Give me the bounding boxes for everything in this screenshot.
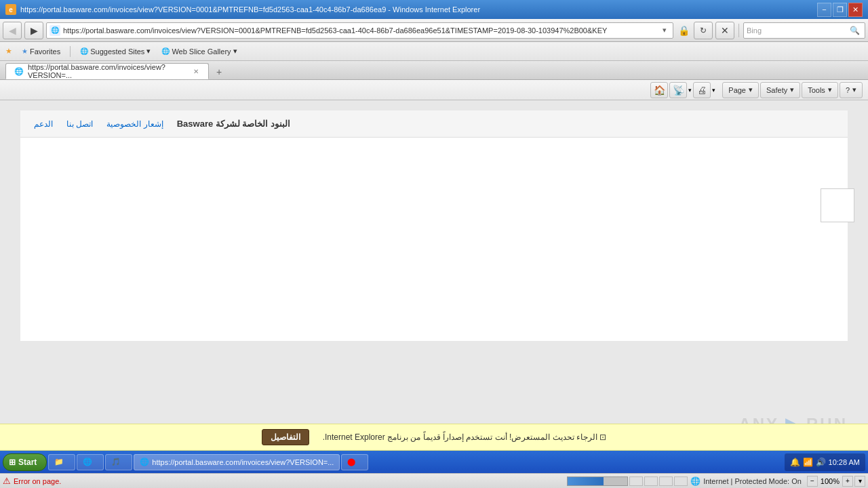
taskbar-media-icon[interactable]: 🎵 xyxy=(105,454,132,470)
status-right: 🌐 Internet | Protected Mode: On − 100% +… xyxy=(690,476,865,487)
zoom-out-button[interactable]: − xyxy=(807,476,818,487)
taskbar: ⊞ Start 📁 🌐 🎵 🌐 https://portal.basware.c… xyxy=(0,451,868,473)
company-label: البنود الخاصة لشركة Basware xyxy=(177,119,290,129)
nav-bar: ◀ ▶ 🌐 https://portal.basware.com/invoice… xyxy=(0,19,868,42)
favorites-item[interactable]: ★ Favorites xyxy=(18,46,64,57)
search-placeholder: Bing xyxy=(747,26,847,35)
search-box[interactable]: Bing 🔍 xyxy=(743,22,865,39)
rss-dropdown[interactable]: ▾ xyxy=(688,87,692,94)
web-slice-icon: 🌐 xyxy=(161,47,170,55)
suggested-sites-label: Suggested Sites xyxy=(90,47,144,56)
safety-button[interactable]: Safety ▾ xyxy=(760,82,800,98)
web-slice-label: Web Slice Gallery xyxy=(172,47,231,56)
status-seg-1 xyxy=(629,476,643,486)
progress-bar-fill xyxy=(568,477,604,485)
tray-icon-2[interactable]: 📶 xyxy=(803,458,813,467)
fav-separator xyxy=(70,46,71,57)
taskbar-folder-icon[interactable]: 📁 xyxy=(48,454,75,470)
taskbar-active-window[interactable]: 🌐 https://portal.basware.com/invoices/vi… xyxy=(134,454,340,470)
back-button[interactable]: ◀ xyxy=(3,22,22,39)
print-button[interactable]: 🖨 xyxy=(693,82,711,98)
help-button[interactable]: ? ▾ xyxy=(840,82,863,98)
nav-separator xyxy=(738,24,739,37)
favorites-star-icon: ★ xyxy=(5,47,12,56)
suggested-dropdown-icon: ▾ xyxy=(146,47,151,56)
suggested-sites-item[interactable]: 🌐 Suggested Sites ▾ xyxy=(76,45,155,57)
progress-bar xyxy=(567,476,628,486)
close-button[interactable]: ✕ xyxy=(848,3,863,17)
folder-icon: 📁 xyxy=(54,458,64,466)
system-tray: 🔔 📶 🔊 10:28 AM xyxy=(785,453,865,471)
status-zoom: − 100% + ▾ xyxy=(807,476,865,487)
web-slice-gallery-item[interactable]: 🌐 Web Slice Gallery ▾ xyxy=(157,45,241,57)
system-time: 10:28 AM xyxy=(829,458,860,466)
page-label: Page xyxy=(728,86,746,94)
error-text: Error on page. xyxy=(14,477,61,485)
minimize-button[interactable]: − xyxy=(817,3,831,17)
address-bar[interactable]: 🌐 https://portal.basware.com/invoices/vi… xyxy=(46,22,673,39)
command-bar: 🏠 📡 ▾ 🖨 ▾ Page ▾ Safety ▾ Tools ▾ ? ▾ xyxy=(0,80,868,100)
start-button[interactable]: ⊞ Start xyxy=(3,453,47,471)
print-dropdown[interactable]: ▾ xyxy=(712,87,715,94)
stop-button[interactable]: ✕ xyxy=(715,22,734,39)
lock-icon: 🔒 xyxy=(676,22,691,39)
start-icon: ⊞ xyxy=(9,458,16,467)
title-bar-left: e https://portal.basware.com/invoices/vi… xyxy=(5,4,480,15)
red-icon: ⬤ xyxy=(347,458,355,466)
safety-dropdown-icon: ▾ xyxy=(790,85,794,94)
new-tab-button[interactable]: + xyxy=(212,64,226,79)
zoom-in-button[interactable]: + xyxy=(842,476,853,487)
status-progress-area xyxy=(567,476,688,486)
tab-close-button[interactable]: ✕ xyxy=(192,66,200,76)
zone-icon: 🌐 xyxy=(690,476,701,486)
active-window-text: https://portal.basware.com/invoices/view… xyxy=(152,458,334,466)
web-slice-dropdown-icon: ▾ xyxy=(233,47,237,56)
notification-text: ⊡ الرجاء تحديث المستعرض! أنت تستخدم إصدا… xyxy=(323,432,607,442)
tools-button[interactable]: Tools ▾ xyxy=(802,82,838,98)
safety-label: Safety xyxy=(766,86,787,94)
error-icon: ⚠ xyxy=(3,476,11,486)
forward-button[interactable]: ▶ xyxy=(24,22,43,39)
support-link[interactable]: الدعم xyxy=(34,119,53,129)
active-tab-url: https://portal.basware.com/invoices/view… xyxy=(28,63,188,79)
zone-text: Internet | Protected Mode: On xyxy=(703,477,802,485)
search-button[interactable]: 🔍 xyxy=(847,23,862,38)
favorites-label: Favorites xyxy=(30,47,60,56)
home-button[interactable]: 🏠 xyxy=(650,82,668,98)
title-bar-controls: − ❐ ✕ xyxy=(817,3,863,17)
active-icon: 🌐 xyxy=(140,458,149,466)
cmd-icon-row: 🏠 📡 ▾ 🖨 ▾ xyxy=(650,82,715,98)
page-button[interactable]: Page ▾ xyxy=(722,82,759,98)
taskbar-items: 📁 🌐 🎵 🌐 https://portal.basware.com/invoi… xyxy=(48,454,783,470)
status-zone: 🌐 Internet | Protected Mode: On xyxy=(690,476,802,486)
page-body: البنود الخاصة لشركة Basware إشعار الخصوص… xyxy=(20,110,848,341)
tray-icon-1[interactable]: 🔔 xyxy=(790,458,800,467)
status-segments xyxy=(629,476,688,486)
favorites-icon: ★ xyxy=(22,47,28,55)
tab-bar: 🌐 https://portal.basware.com/invoices/vi… xyxy=(0,61,868,80)
taskbar-ie-icon[interactable]: 🌐 xyxy=(77,454,104,470)
contact-link[interactable]: اتصل بنا xyxy=(66,119,93,129)
restore-button[interactable]: ❐ xyxy=(833,3,847,17)
address-text: https://portal.basware.com/invoices/view… xyxy=(63,26,659,35)
white-box xyxy=(821,188,854,222)
notification-details-button[interactable]: التفاصيل xyxy=(262,429,309,445)
help-label: ? xyxy=(846,86,850,94)
zoom-dropdown-button[interactable]: ▾ xyxy=(854,476,865,487)
ie-taskbar-icon: 🌐 xyxy=(83,458,92,466)
favorites-bar: ★ ★ Favorites 🌐 Suggested Sites ▾ 🌐 Web … xyxy=(0,42,868,61)
ie-icon: e xyxy=(5,4,16,15)
address-dropdown-icon[interactable]: ▾ xyxy=(659,26,670,35)
taskbar-red-icon[interactable]: ⬤ xyxy=(341,454,368,470)
status-bar: ⚠ Error on page. 🌐 Internet | Protected … xyxy=(0,473,868,488)
media-icon: 🎵 xyxy=(111,458,121,466)
active-tab[interactable]: 🌐 https://portal.basware.com/invoices/vi… xyxy=(5,63,209,79)
refresh-button[interactable]: ↻ xyxy=(694,22,713,39)
page-dropdown-icon: ▾ xyxy=(749,85,753,94)
portal-header: البنود الخاصة لشركة Basware إشعار الخصوص… xyxy=(20,110,848,138)
rss-button[interactable]: 📡 xyxy=(669,82,687,98)
tray-icon-3[interactable]: 🔊 xyxy=(816,458,826,467)
privacy-link[interactable]: إشعار الخصوصية xyxy=(106,119,163,129)
window-title: https://portal.basware.com/invoices/view… xyxy=(20,5,480,14)
address-icon: 🌐 xyxy=(50,25,60,36)
